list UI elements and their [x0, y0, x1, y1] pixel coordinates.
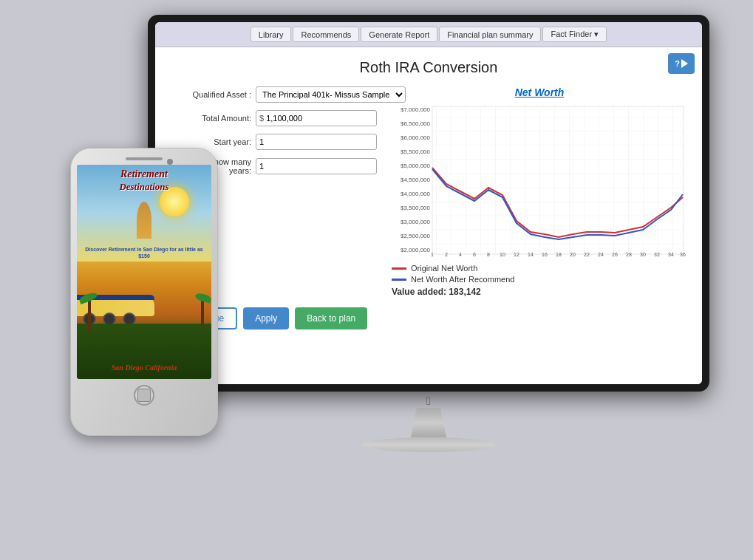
svg-text:$7,000,000: $7,000,000: [401, 106, 431, 113]
svg-text:10: 10: [500, 252, 505, 257]
poster-image: Retirement Destinations Discover Retirem…: [77, 165, 211, 379]
tab-generate-report[interactable]: Generate Report: [361, 27, 437, 42]
svg-text:34: 34: [668, 252, 674, 257]
svg-text:22: 22: [584, 252, 590, 257]
svg-text:12: 12: [514, 252, 519, 257]
play-icon: [681, 59, 688, 68]
net-worth-chart: $7,000,000 $6,500,000 $6,000,000 $5,500,…: [392, 103, 687, 258]
tab-financial-plan-summary[interactable]: Financial plan summary: [439, 27, 541, 42]
chart-container: $7,000,000 $6,500,000 $6,000,000 $5,500,…: [392, 103, 687, 258]
phone-bezel: Retirement Destinations Discover Retirem…: [70, 148, 218, 436]
svg-text:8: 8: [487, 252, 490, 257]
tab-library[interactable]: Library: [251, 27, 292, 42]
svg-text:$2,000,000: $2,000,000: [401, 247, 431, 253]
question-mark: ?: [675, 59, 680, 68]
apply-button[interactable]: Apply: [243, 307, 289, 329]
qualified-asset-select[interactable]: The Principal 401k- Missus Sample: [256, 86, 406, 103]
legend-original: Original Net Worth: [392, 264, 687, 273]
dollar-sign: $: [259, 114, 264, 123]
phone: Retirement Destinations Discover Retirem…: [70, 148, 218, 443]
poster-tagline: Discover Retirement in San Diego for as …: [84, 246, 204, 259]
start-year-label: Start year:: [170, 137, 251, 146]
svg-text:$5,500,000: $5,500,000: [401, 148, 431, 155]
phone-screen: Retirement Destinations Discover Retirem…: [77, 165, 211, 379]
page-title: Roth IRA Conversion: [170, 59, 687, 76]
stand-base: [362, 437, 495, 452]
legend-recommend: Net Worth After Recommend: [392, 275, 687, 284]
phone-camera: [167, 159, 173, 165]
svg-text:4: 4: [459, 252, 462, 257]
start-year-input[interactable]: [256, 134, 377, 150]
total-amount-input-wrap: $: [256, 110, 377, 126]
poster-building: [137, 202, 151, 239]
phone-speaker: [126, 157, 163, 160]
chart-title: Net Worth: [392, 86, 687, 98]
chart-legend: Original Net Worth Net Worth After Recom…: [392, 264, 687, 297]
content-area: ? Roth IRA Conversion Qualified Asset : …: [155, 47, 702, 384]
monitor-stand: : [148, 392, 709, 452]
svg-text:$3,500,000: $3,500,000: [401, 205, 431, 211]
stand-neck: [399, 408, 458, 437]
svg-text:24: 24: [598, 252, 604, 257]
svg-text:16: 16: [542, 252, 548, 257]
back-to-plan-button[interactable]: Back to plan: [295, 307, 367, 329]
svg-text:14: 14: [528, 252, 534, 257]
total-amount-input[interactable]: [266, 114, 373, 123]
legend-original-label: Original Net Worth: [411, 264, 477, 273]
legend-recommend-color: [392, 279, 406, 281]
poster-title: Retirement Destinations: [77, 168, 211, 192]
poster-palm-trunk-1: [88, 298, 91, 331]
svg-rect-12: [432, 106, 684, 254]
phone-home-inner: [137, 389, 151, 402]
svg-text:28: 28: [626, 252, 632, 257]
qualified-asset-row: Qualified Asset : The Principal 401k- Mi…: [170, 86, 377, 103]
tab-fact-finder[interactable]: Fact Finder ▾: [542, 27, 607, 42]
svg-text:30: 30: [640, 252, 646, 257]
tab-recommends[interactable]: Recommends: [293, 27, 359, 42]
value-added: Value added: 183,142: [392, 287, 687, 297]
svg-text:$4,000,000: $4,000,000: [401, 191, 431, 197]
svg-text:2: 2: [445, 252, 448, 257]
button-row: Test Value Apply Back to plan: [170, 307, 687, 329]
svg-text:$6,500,000: $6,500,000: [401, 120, 431, 127]
chart-section: Net Worth $7,000,000: [392, 86, 687, 297]
svg-text:18: 18: [556, 252, 562, 257]
legend-recommend-label: Net Worth After Recommend: [411, 275, 514, 284]
help-button[interactable]: ?: [668, 53, 695, 74]
legend-original-color: [392, 267, 406, 270]
poster-palm-trunk-2: [201, 298, 204, 327]
svg-text:$2,500,000: $2,500,000: [401, 233, 431, 239]
svg-text:36: 36: [680, 252, 686, 257]
qualified-asset-label: Qualified Asset :: [170, 90, 251, 99]
svg-text:$6,000,000: $6,000,000: [401, 134, 431, 141]
svg-text:1: 1: [431, 252, 434, 257]
nav-bar: Library Recommends Generate Report Finan…: [155, 22, 702, 47]
monitor: Library Recommends Generate Report Finan…: [148, 15, 709, 473]
main-content: Qualified Asset : The Principal 401k- Mi…: [170, 86, 687, 297]
poster-bottom-text: San Diego California: [77, 360, 211, 373]
monitor-bezel: Library Recommends Generate Report Finan…: [148, 15, 709, 392]
svg-text:20: 20: [570, 252, 576, 257]
svg-text:26: 26: [612, 252, 618, 257]
monitor-screen: Library Recommends Generate Report Finan…: [155, 22, 702, 384]
svg-text:$5,000,000: $5,000,000: [401, 163, 431, 169]
total-amount-row: Total Amount: $: [170, 110, 377, 126]
svg-text:6: 6: [473, 252, 476, 257]
svg-text:32: 32: [654, 252, 660, 257]
over-years-input[interactable]: [256, 158, 377, 174]
svg-text:$3,000,000: $3,000,000: [401, 219, 431, 225]
svg-text:$4,500,000: $4,500,000: [401, 177, 431, 183]
phone-home-button[interactable]: [134, 385, 154, 406]
total-amount-label: Total Amount:: [170, 114, 251, 123]
apple-logo: : [426, 395, 431, 408]
